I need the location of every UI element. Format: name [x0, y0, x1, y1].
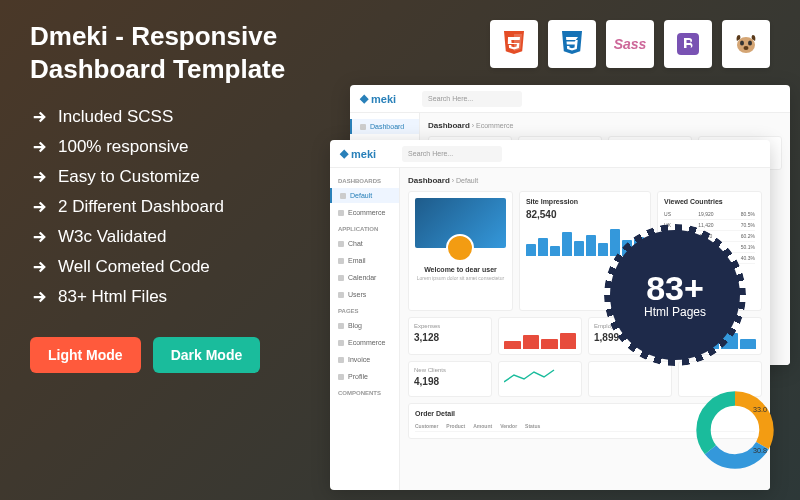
pages-badge: 83+ Html Pages	[610, 230, 740, 360]
sidebar-heading: Dashboards	[330, 174, 399, 188]
svg-text:Sass: Sass	[614, 36, 646, 52]
welcome-sub: Lorem ipsum dolor sit amet consectetur	[415, 275, 506, 281]
feature-text: Included SCSS	[58, 107, 173, 127]
css3-icon	[548, 20, 596, 68]
logo: ◆meki	[360, 92, 396, 105]
sidebar-heading: Pages	[330, 304, 399, 318]
search-input[interactable]: Search Here...	[422, 91, 522, 107]
donut-chart: 33.0 30.8	[690, 385, 780, 475]
welcome-text: Welcome to dear user	[415, 266, 506, 273]
sidebar-item-profile[interactable]: Profile	[330, 369, 399, 384]
arrow-icon	[30, 288, 48, 306]
svg-point-2	[737, 37, 755, 53]
arrow-icon	[30, 138, 48, 156]
sidebar-item-invoice[interactable]: Invoice	[330, 352, 399, 367]
feature-text: Well Cometed Code	[58, 257, 210, 277]
arrow-icon	[30, 198, 48, 216]
svg-point-3	[740, 41, 744, 46]
sidebar-item-email[interactable]: Email	[330, 253, 399, 268]
logo: ◆meki	[340, 147, 376, 160]
badge-number: 83+	[646, 271, 704, 305]
tech-icons-row: Sass	[490, 20, 770, 68]
sidebar-heading: Application	[330, 222, 399, 236]
sidebar-heading: Components	[330, 386, 399, 400]
sidebar-item-chat[interactable]: Chat	[330, 236, 399, 251]
sidebar: Dashboards Default Ecommerce Application…	[330, 168, 400, 490]
search-input[interactable]: Search Here...	[402, 146, 502, 162]
arrow-icon	[30, 108, 48, 126]
light-mode-button[interactable]: Light Mode	[30, 337, 141, 373]
sidebar-item-blog[interactable]: Blog	[330, 318, 399, 333]
feature-list: Included SCSS 100% responsive Easy to Cu…	[30, 107, 360, 307]
svg-point-4	[748, 41, 752, 46]
bootstrap-icon	[664, 20, 712, 68]
svg-point-5	[744, 46, 749, 50]
sidebar-item-ecommerce[interactable]: Ecommerce	[330, 205, 399, 220]
feature-text: W3c Validated	[58, 227, 166, 247]
pug-icon	[722, 20, 770, 68]
arrow-icon	[30, 228, 48, 246]
html5-icon	[490, 20, 538, 68]
feature-text: Easy to Customize	[58, 167, 200, 187]
sass-icon: Sass	[606, 20, 654, 68]
newclients-card: New Clients4,198	[408, 361, 492, 397]
avatar	[446, 234, 474, 262]
sidebar-item-default[interactable]: Default	[330, 188, 399, 203]
feature-text: 83+ Html Files	[58, 287, 167, 307]
feature-text: 100% responsive	[58, 137, 188, 157]
sidebar-item-dashboard[interactable]: Dashboard	[350, 119, 419, 134]
svg-text:33.0: 33.0	[753, 405, 767, 414]
profile-card: Welcome to dear user Lorem ipsum dolor s…	[408, 191, 513, 311]
breadcrumb: Dashboard › Ecommerce	[428, 121, 782, 130]
expenses-card: Expenses3,128	[408, 317, 492, 355]
feature-text: 2 Different Dashboard	[58, 197, 224, 217]
arrow-icon	[30, 258, 48, 276]
badge-text: Html Pages	[644, 305, 706, 319]
svg-text:30.8: 30.8	[753, 446, 767, 455]
breadcrumb: Dashboard › Default	[408, 176, 762, 185]
arrow-icon	[30, 168, 48, 186]
sidebar-item-calendar[interactable]: Calendar	[330, 270, 399, 285]
page-title: Dmeki - Responsive Dashboard Template	[30, 20, 360, 85]
sidebar-item-users[interactable]: Users	[330, 287, 399, 302]
dark-mode-button[interactable]: Dark Mode	[153, 337, 261, 373]
sidebar-item-ecommerce2[interactable]: Ecommerce	[330, 335, 399, 350]
